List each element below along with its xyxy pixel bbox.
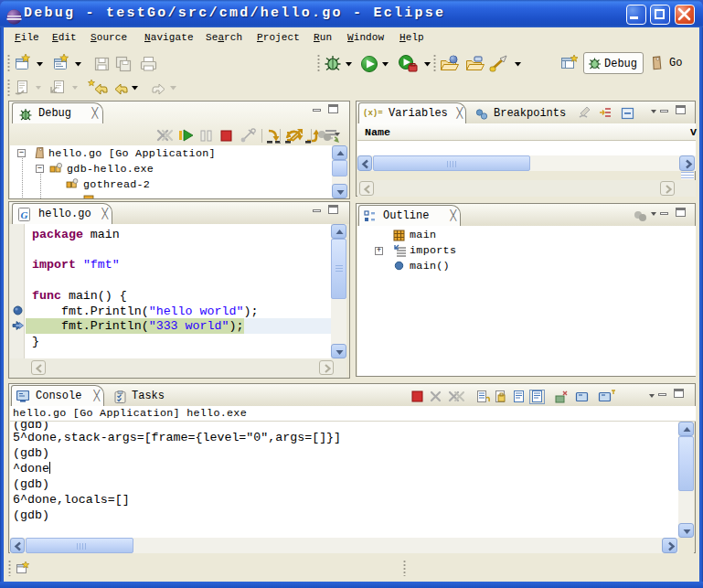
svg-text:G: G xyxy=(20,209,27,220)
